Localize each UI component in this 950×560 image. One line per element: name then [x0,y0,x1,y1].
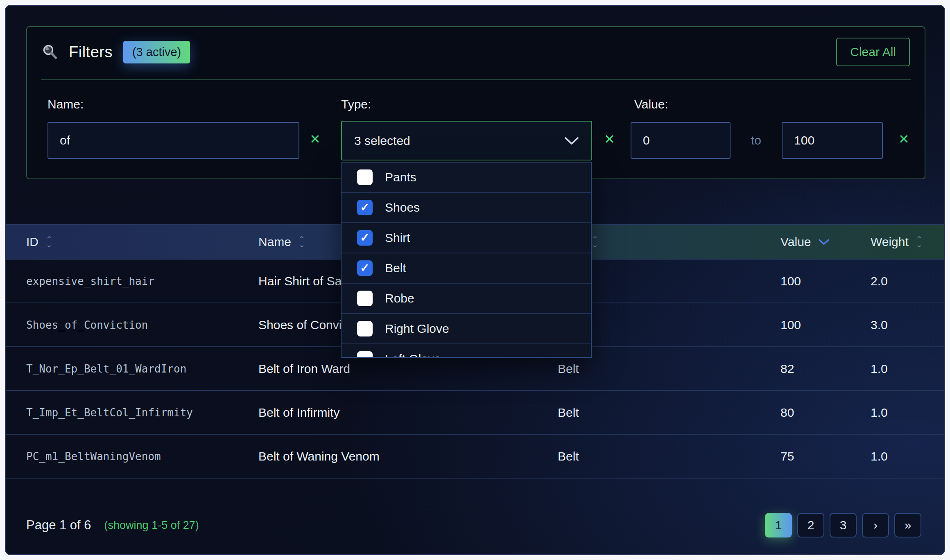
table-row[interactable]: T_Imp_Et_BeltCol_InfirmityBelt of Infirm… [6,391,944,435]
sort-both-icon: ⌃⌄ [592,237,598,247]
type-option-pants[interactable]: Pants [342,163,591,193]
type-option-label: Right Glove [385,322,449,336]
column-label-name: Name [258,235,291,249]
next-page-button[interactable]: › [862,513,889,537]
type-option-shoes[interactable]: ✓Shoes [342,193,591,223]
column-header-id[interactable]: ID⌃⌄ [26,225,52,259]
type-option-shirt[interactable]: ✓Shirt [342,223,591,253]
checkmark-icon: ✓ [360,262,369,274]
type-option-label: Pants [385,170,416,184]
column-label-weight: Weight [871,235,909,249]
filters-panel: Filters (3 active) Clear All Name: ✕ Typ… [26,26,925,179]
value-filter-row: to [631,122,883,159]
checkbox-unchecked-icon[interactable] [357,169,373,185]
type-option-robe[interactable]: Robe [342,284,591,314]
page-status: Page 1 of 6 [26,518,91,533]
column-header-weight[interactable]: Weight⌃⌄ [871,225,923,259]
clear-name-filter-button[interactable]: ✕ [310,133,321,146]
last-page-button[interactable]: » [894,513,921,537]
page-1-button[interactable]: 1 [765,513,792,537]
value-to-label: to [751,133,761,147]
cell-value: 75 [780,449,794,463]
checkbox-checked-icon[interactable]: ✓ [357,200,373,215]
type-option-label: Shoes [385,201,420,215]
name-filter-label: Name: [48,97,84,111]
sort-desc-icon [819,239,829,245]
checkmark-icon: ✓ [360,202,369,213]
cell-id: Shoes_of_Conviction [26,319,148,331]
cell-weight: 1.0 [871,362,888,376]
cell-type: Belt [558,449,579,463]
type-select-value: 3 selected [354,134,410,148]
cell-value: 80 [780,406,794,420]
page-2-button[interactable]: 2 [797,513,824,537]
type-option-belt[interactable]: ✓Belt [342,253,591,284]
filters-title: Filters [69,43,113,61]
pagination-buttons: 123›» [765,513,921,537]
value-filter-label: Value: [634,97,668,111]
clear-all-button[interactable]: Clear All [836,38,910,66]
type-dropdown-menu: Pants✓Shoes✓Shirt✓BeltRobeRight GloveLef… [341,162,592,358]
column-label-id: ID [26,235,38,249]
cell-name: Belt of Infirmity [258,406,339,420]
type-option-label: Shirt [385,231,410,245]
column-header-name[interactable]: Name⌃⌄ [258,225,305,259]
filters-divider [41,79,911,80]
type-option-label: Left Glove [385,352,441,358]
search-icon [42,44,58,60]
sort-both-icon: ⌃⌄ [299,237,305,247]
column-header-value[interactable]: Value [780,225,829,259]
cell-name: Belt of Waning Venom [258,449,380,463]
type-option-left-glove[interactable]: Left Glove [342,344,591,358]
type-option-label: Robe [385,291,414,305]
cell-weight: 1.0 [871,449,888,463]
checkbox-checked-icon[interactable]: ✓ [357,260,373,276]
cell-weight: 1.0 [871,406,888,420]
checkbox-unchecked-icon[interactable] [357,321,373,336]
cell-id: T_Imp_Et_BeltCol_Infirmity [26,406,193,419]
clear-value-filter-button[interactable]: ✕ [898,133,909,146]
value-min-input[interactable] [631,122,731,159]
type-option-right-glove[interactable]: Right Glove [342,314,591,344]
cell-value: 100 [780,274,801,288]
cell-type: Belt [558,406,579,420]
cell-name: Shoes of Convic [258,318,348,332]
name-filter-input[interactable] [48,122,299,159]
item-browser-window: Filters (3 active) Clear All Name: ✕ Typ… [5,5,945,555]
page-showing-count: (showing 1-5 of 27) [104,519,199,532]
checkmark-icon: ✓ [360,232,369,244]
cell-type: Belt [558,362,579,376]
checkbox-unchecked-icon[interactable] [357,291,373,306]
cell-weight: 2.0 [871,274,888,288]
pagination-footer: Page 1 of 6 (showing 1-5 of 27) 123›» [26,513,921,538]
chevron-down-icon [564,136,579,145]
cell-id: PC_m1_BeltWaningVenom [26,450,161,463]
value-max-input[interactable] [782,122,883,159]
checkbox-checked-icon[interactable]: ✓ [357,230,373,246]
type-filter-select[interactable]: 3 selected [341,121,592,160]
cell-name: Belt of Iron Ward [258,362,350,376]
cell-id: expensive_shirt_hair [26,275,154,287]
type-filter-label: Type: [341,97,371,111]
cell-weight: 3.0 [871,318,888,332]
page-3-button[interactable]: 3 [830,513,857,537]
cell-id: T_Nor_Ep_Belt_01_WardIron [26,363,186,375]
column-label-value: Value [780,235,811,249]
table-row[interactable]: PC_m1_BeltWaningVenomBelt of Waning Veno… [6,435,944,479]
checkbox-unchecked-icon[interactable] [357,351,373,358]
cell-value: 100 [780,318,801,332]
sort-both-icon: ⌃⌄ [46,237,52,247]
cell-name: Hair Shirt of Sai [258,274,344,288]
filters-header: Filters (3 active) Clear All [42,38,910,66]
sort-both-icon: ⌃⌄ [916,237,923,247]
active-filters-badge: (3 active) [123,41,190,63]
clear-type-filter-button[interactable]: ✕ [604,133,615,146]
type-option-label: Belt [385,261,406,275]
cell-value: 82 [780,362,794,376]
